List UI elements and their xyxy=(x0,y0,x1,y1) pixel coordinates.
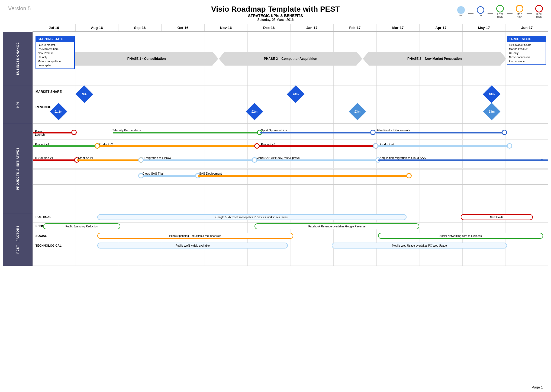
legend-connector-4 xyxy=(527,13,532,14)
proj-hdiv-1 xyxy=(33,139,548,139)
proj-hdiv-2 xyxy=(33,154,548,154)
ms-val-40: 40% xyxy=(489,93,495,96)
economical-bar-1: Public Spending Reduction xyxy=(43,223,120,229)
month-jan: Jan-17 xyxy=(291,24,334,31)
it-migration-label: IT Migration to LINUX xyxy=(142,156,171,159)
month-mar: Mar-17 xyxy=(376,24,420,31)
cloud-sas-trial-start-dot xyxy=(138,173,144,178)
social-bar-2: Social Networking core to business xyxy=(378,233,543,239)
kpi-divider xyxy=(33,105,548,105)
version-label: Version 5 xyxy=(8,5,31,12)
sport-label: Sport Sponsorships xyxy=(261,129,287,132)
business-change-content: STARTING STATE Late to market.3% Market … xyxy=(33,32,548,86)
pest-hdiv-1 xyxy=(33,222,548,223)
pest-vgrid-10 xyxy=(462,213,463,266)
product-v4-start-dot xyxy=(373,143,378,149)
political-bar-1: Google & Microsoft monopolies PR issues … xyxy=(97,214,407,220)
rev-val-3: £3m xyxy=(355,110,360,113)
target-state-title: TARGET STATE xyxy=(507,36,546,42)
pest-label: PEST - FACTORS xyxy=(3,213,33,266)
sport-bar xyxy=(260,132,373,133)
kpi-content: MARKET SHARE 3% 20% 40% REVENUE xyxy=(33,86,548,124)
sas-deployment-dot xyxy=(406,173,412,178)
pest-vgrid-6 xyxy=(291,213,291,266)
it-solution-bar xyxy=(33,159,77,161)
phases-row: PHASE 1 - Consolidation PHASE 2 – Compet… xyxy=(75,51,506,67)
med-risk-circle xyxy=(516,5,523,12)
it-migration-start-dot xyxy=(138,157,144,163)
cloud-sas-trial-bar xyxy=(141,175,198,177)
ms-val-3: 3% xyxy=(82,93,86,96)
pest-vgrid-3 xyxy=(162,213,162,266)
month-nov: Nov-16 xyxy=(205,24,248,31)
film-bar xyxy=(376,132,505,133)
product-v3-bar xyxy=(257,145,375,147)
phase-1-arrow: PHASE 1 - Consolidation xyxy=(75,52,218,66)
technological-label: TECHNOLOGICAL xyxy=(36,244,62,247)
political-label: POLITICAL xyxy=(36,215,51,218)
product-v4-end-dot xyxy=(507,143,512,149)
pest-section: PEST - FACTORS POLITICAL Google & Micros… xyxy=(3,213,548,266)
film-label: Film Product Placements xyxy=(377,129,410,132)
phase-3-arrow: PHASE 3 – New Market Penetration xyxy=(363,52,506,66)
proj-div-2 xyxy=(33,153,548,153)
rev-val-2: £2m xyxy=(252,110,257,113)
business-change-label: BUSINESS CHANGE xyxy=(3,32,33,86)
product-v2-bar xyxy=(97,145,257,147)
rev-diamond-1: £1.2m xyxy=(50,103,67,120)
pest-content: POLITICAL Google & Microsoft monopolies … xyxy=(33,213,548,266)
sas-deployment-label: SAS Deployment xyxy=(199,172,222,175)
header: Version 5 Visio Roadmap Template with PE… xyxy=(3,3,548,23)
ms-diamond-40: 40% xyxy=(483,85,500,103)
ms-val-20: 20% xyxy=(293,93,299,96)
social-bar-1: Public Spending Reduction à redundancies xyxy=(97,233,293,239)
pest-vgrid-9 xyxy=(420,213,420,266)
sport-dot xyxy=(370,130,376,135)
it-migration-bar xyxy=(141,159,254,161)
arrow-icon: ► xyxy=(540,157,544,162)
cloud-sas-api-label: Cloud SAS API; dev, test & prove xyxy=(256,156,300,159)
revenue-label: REVENUE xyxy=(36,105,51,109)
celebrity-label: Celebrity Partnerships xyxy=(111,129,141,132)
ok-circle xyxy=(477,6,484,14)
rev-val-4: £3m xyxy=(489,110,495,113)
legend-connector-3 xyxy=(507,13,513,14)
celebrity-bar xyxy=(113,132,260,133)
stabilise-label: Stabilise v1 xyxy=(78,156,93,159)
cloud-sas-trial-label: Cloud SAS Trial xyxy=(142,172,163,175)
social-label: SOCIAL xyxy=(36,234,47,237)
cloud-sas-api-start-dot xyxy=(252,157,257,163)
projects-content: PressLaunch Celebrity Partnerships Sport… xyxy=(33,124,548,213)
legend-tbc: TBC xyxy=(457,6,465,17)
press-launch-bar xyxy=(33,132,74,133)
month-apr: Apr-17 xyxy=(420,24,463,31)
legend-connector-2 xyxy=(488,13,493,14)
projects-section: PROJECTS & INITIATIVES PressLaunch xyxy=(3,124,548,213)
sas-deployment-bar xyxy=(198,175,409,177)
phase-1-label: PHASE 1 - Consolidation xyxy=(127,57,166,61)
economical-bar-2: Facebook Revenue overtakes Google Revenu… xyxy=(254,223,420,229)
legend: TBC OK LOWRISK MEDRISK HIGHRISK xyxy=(457,5,543,18)
pest-vgrid-7 xyxy=(333,213,334,266)
business-change-section: BUSINESS CHANGE STARTING STATE La xyxy=(3,32,548,86)
pest-vgrid-4 xyxy=(205,213,205,266)
proj-hdiv-3 xyxy=(33,169,548,169)
month-jun: Jun-17 xyxy=(505,24,548,31)
month-aug: Aug-16 xyxy=(76,24,119,31)
legend-ok: OK xyxy=(477,6,484,17)
month-feb: Feb-17 xyxy=(334,24,377,31)
timeline-container: Jul-16 Aug-16 Sep-16 Oct-16 Nov-16 Dec-1… xyxy=(3,24,548,266)
starting-state-title: STARTING STATE xyxy=(36,36,74,42)
pest-vgrid-8 xyxy=(376,213,377,266)
month-header: Jul-16 Aug-16 Sep-16 Oct-16 Nov-16 Dec-1… xyxy=(33,24,548,32)
rev-val-1: £1.2m xyxy=(55,110,62,113)
legend-high-risk: HIGHRISK xyxy=(535,5,543,18)
acq-migration-label: Acquisition Migration to Cloud SAS xyxy=(379,156,426,159)
page: Version 5 Visio Roadmap Template with PE… xyxy=(0,0,551,392)
legend-low-risk: LOWRISK xyxy=(496,5,504,18)
legend-connector-1 xyxy=(468,13,473,14)
political-bar-2: New Govt? xyxy=(461,214,533,220)
projects-label: PROJECTS & INITIATIVES xyxy=(3,124,33,213)
acq-migration-bar xyxy=(378,159,548,161)
proj-hdiv-4 xyxy=(33,184,548,185)
